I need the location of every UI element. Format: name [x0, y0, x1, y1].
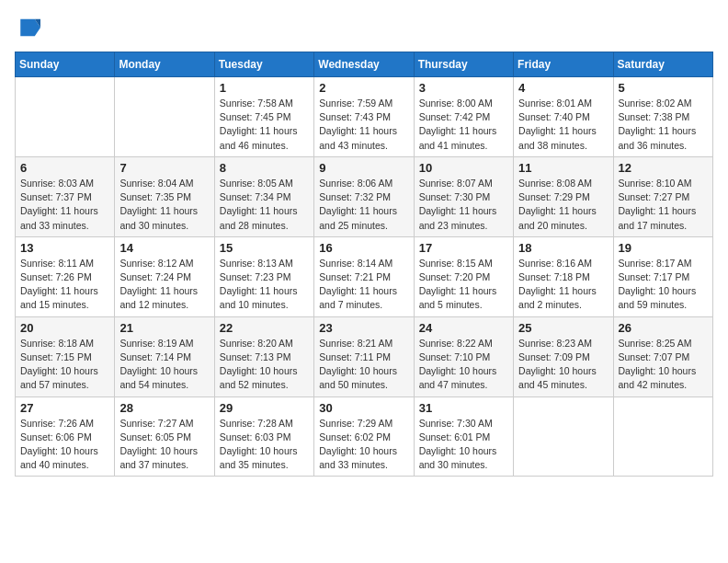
calendar-cell: 2Sunrise: 7:59 AMSunset: 7:43 PMDaylight… — [314, 77, 414, 157]
day-info: Sunrise: 8:08 AMSunset: 7:29 PMDaylight:… — [518, 177, 608, 233]
calendar-cell: 21Sunrise: 8:19 AMSunset: 7:14 PMDayligh… — [115, 316, 214, 396]
day-number: 4 — [518, 81, 608, 95]
weekday-header-thursday: Thursday — [414, 52, 513, 77]
calendar-week-row: 27Sunrise: 7:26 AMSunset: 6:06 PMDayligh… — [16, 396, 713, 477]
day-number: 24 — [419, 321, 508, 335]
day-info: Sunrise: 8:02 AMSunset: 7:38 PMDaylight:… — [619, 97, 708, 153]
day-info: Sunrise: 8:21 AMSunset: 7:11 PMDaylight:… — [319, 337, 408, 393]
day-number: 18 — [518, 241, 608, 255]
day-number: 3 — [419, 81, 508, 95]
day-number: 10 — [419, 161, 508, 175]
day-info: Sunrise: 8:15 AMSunset: 7:20 PMDaylight:… — [419, 257, 508, 313]
day-info: Sunrise: 7:28 AMSunset: 6:03 PMDaylight:… — [220, 417, 309, 473]
calendar-cell: 5Sunrise: 8:02 AMSunset: 7:38 PMDaylight… — [613, 77, 712, 157]
day-number: 2 — [319, 81, 408, 95]
day-number: 27 — [20, 401, 109, 415]
calendar-cell: 23Sunrise: 8:21 AMSunset: 7:11 PMDayligh… — [314, 316, 414, 396]
calendar-cell: 15Sunrise: 8:13 AMSunset: 7:23 PMDayligh… — [214, 236, 313, 316]
calendar-cell: 7Sunrise: 8:04 AMSunset: 7:35 PMDaylight… — [115, 156, 214, 236]
calendar-cell: 6Sunrise: 8:03 AMSunset: 7:37 PMDaylight… — [16, 156, 115, 236]
day-info: Sunrise: 8:18 AMSunset: 7:15 PMDaylight:… — [20, 337, 109, 393]
day-info: Sunrise: 8:20 AMSunset: 7:13 PMDaylight:… — [220, 337, 309, 393]
calendar-cell: 1Sunrise: 7:58 AMSunset: 7:45 PMDaylight… — [214, 77, 313, 157]
day-number: 22 — [220, 321, 309, 335]
day-number: 7 — [119, 161, 209, 175]
day-info: Sunrise: 8:06 AMSunset: 7:32 PMDaylight:… — [319, 177, 408, 233]
day-info: Sunrise: 7:58 AMSunset: 7:45 PMDaylight:… — [220, 97, 309, 153]
calendar-cell: 30Sunrise: 7:29 AMSunset: 6:02 PMDayligh… — [314, 396, 414, 477]
weekday-header-friday: Friday — [514, 52, 613, 77]
calendar-cell: 8Sunrise: 8:05 AMSunset: 7:34 PMDaylight… — [214, 156, 313, 236]
day-info: Sunrise: 8:14 AMSunset: 7:21 PMDaylight:… — [319, 257, 408, 313]
day-info: Sunrise: 8:23 AMSunset: 7:09 PMDaylight:… — [518, 337, 608, 393]
day-number: 20 — [20, 321, 109, 335]
day-info: Sunrise: 8:19 AMSunset: 7:14 PMDaylight:… — [119, 337, 209, 393]
calendar-week-row: 1Sunrise: 7:58 AMSunset: 7:45 PMDaylight… — [16, 77, 713, 157]
day-info: Sunrise: 8:11 AMSunset: 7:26 PMDaylight:… — [20, 257, 109, 313]
calendar-cell — [514, 396, 613, 477]
calendar-cell: 13Sunrise: 8:11 AMSunset: 7:26 PMDayligh… — [16, 236, 115, 316]
day-number: 16 — [319, 241, 408, 255]
weekday-header-saturday: Saturday — [613, 52, 712, 77]
calendar-cell: 11Sunrise: 8:08 AMSunset: 7:29 PMDayligh… — [514, 156, 613, 236]
calendar-week-row: 13Sunrise: 8:11 AMSunset: 7:26 PMDayligh… — [16, 236, 713, 316]
day-number: 31 — [419, 401, 508, 415]
calendar-cell: 14Sunrise: 8:12 AMSunset: 7:24 PMDayligh… — [115, 236, 214, 316]
day-info: Sunrise: 8:07 AMSunset: 7:30 PMDaylight:… — [419, 177, 508, 233]
day-number: 15 — [220, 241, 309, 255]
weekday-header-sunday: Sunday — [16, 52, 115, 77]
day-info: Sunrise: 8:05 AMSunset: 7:34 PMDaylight:… — [220, 177, 309, 233]
day-number: 9 — [319, 161, 408, 175]
calendar-cell: 24Sunrise: 8:22 AMSunset: 7:10 PMDayligh… — [414, 316, 513, 396]
day-number: 11 — [518, 161, 608, 175]
day-info: Sunrise: 8:00 AMSunset: 7:42 PMDaylight:… — [419, 97, 508, 153]
calendar-cell: 31Sunrise: 7:30 AMSunset: 6:01 PMDayligh… — [414, 396, 513, 477]
page-header — [15, 15, 713, 40]
day-info: Sunrise: 8:22 AMSunset: 7:10 PMDaylight:… — [419, 337, 508, 393]
calendar-cell: 12Sunrise: 8:10 AMSunset: 7:27 PMDayligh… — [613, 156, 712, 236]
weekday-header-tuesday: Tuesday — [214, 52, 313, 77]
calendar-cell: 17Sunrise: 8:15 AMSunset: 7:20 PMDayligh… — [414, 236, 513, 316]
logo — [15, 15, 44, 40]
day-info: Sunrise: 8:10 AMSunset: 7:27 PMDaylight:… — [619, 177, 708, 233]
day-info: Sunrise: 8:04 AMSunset: 7:35 PMDaylight:… — [119, 177, 209, 233]
calendar-cell: 20Sunrise: 8:18 AMSunset: 7:15 PMDayligh… — [16, 316, 115, 396]
calendar-cell: 19Sunrise: 8:17 AMSunset: 7:17 PMDayligh… — [613, 236, 712, 316]
day-info: Sunrise: 8:01 AMSunset: 7:40 PMDaylight:… — [518, 97, 608, 153]
day-number: 28 — [119, 401, 209, 415]
day-info: Sunrise: 7:26 AMSunset: 6:06 PMDaylight:… — [20, 417, 109, 473]
day-info: Sunrise: 8:13 AMSunset: 7:23 PMDaylight:… — [220, 257, 309, 313]
day-info: Sunrise: 8:03 AMSunset: 7:37 PMDaylight:… — [20, 177, 109, 233]
weekday-header-wednesday: Wednesday — [314, 52, 414, 77]
calendar-cell: 3Sunrise: 8:00 AMSunset: 7:42 PMDaylight… — [414, 77, 513, 157]
calendar-cell: 10Sunrise: 8:07 AMSunset: 7:30 PMDayligh… — [414, 156, 513, 236]
calendar-cell: 29Sunrise: 7:28 AMSunset: 6:03 PMDayligh… — [214, 396, 313, 477]
calendar-cell: 27Sunrise: 7:26 AMSunset: 6:06 PMDayligh… — [16, 396, 115, 477]
calendar-cell: 25Sunrise: 8:23 AMSunset: 7:09 PMDayligh… — [514, 316, 613, 396]
weekday-header-row: SundayMondayTuesdayWednesdayThursdayFrid… — [16, 52, 713, 77]
calendar-cell — [613, 396, 712, 477]
weekday-header-monday: Monday — [115, 52, 214, 77]
day-number: 8 — [220, 161, 309, 175]
day-number: 1 — [220, 81, 309, 95]
day-number: 23 — [319, 321, 408, 335]
day-number: 6 — [20, 161, 109, 175]
day-info: Sunrise: 8:12 AMSunset: 7:24 PMDaylight:… — [119, 257, 209, 313]
calendar-cell: 18Sunrise: 8:16 AMSunset: 7:18 PMDayligh… — [514, 236, 613, 316]
day-info: Sunrise: 8:17 AMSunset: 7:17 PMDaylight:… — [619, 257, 708, 313]
calendar-cell — [16, 77, 115, 157]
day-number: 12 — [619, 161, 708, 175]
day-info: Sunrise: 7:29 AMSunset: 6:02 PMDaylight:… — [319, 417, 408, 473]
day-number: 19 — [619, 241, 708, 255]
general-blue-logo-icon — [15, 15, 40, 40]
calendar-week-row: 20Sunrise: 8:18 AMSunset: 7:15 PMDayligh… — [16, 316, 713, 396]
day-info: Sunrise: 8:25 AMSunset: 7:07 PMDaylight:… — [619, 337, 708, 393]
calendar-cell: 26Sunrise: 8:25 AMSunset: 7:07 PMDayligh… — [613, 316, 712, 396]
calendar-cell: 16Sunrise: 8:14 AMSunset: 7:21 PMDayligh… — [314, 236, 414, 316]
day-number: 5 — [619, 81, 708, 95]
day-number: 17 — [419, 241, 508, 255]
calendar-cell: 9Sunrise: 8:06 AMSunset: 7:32 PMDaylight… — [314, 156, 414, 236]
calendar-table: SundayMondayTuesdayWednesdayThursdayFrid… — [15, 52, 713, 477]
day-info: Sunrise: 8:16 AMSunset: 7:18 PMDaylight:… — [518, 257, 608, 313]
calendar-cell — [115, 77, 214, 157]
